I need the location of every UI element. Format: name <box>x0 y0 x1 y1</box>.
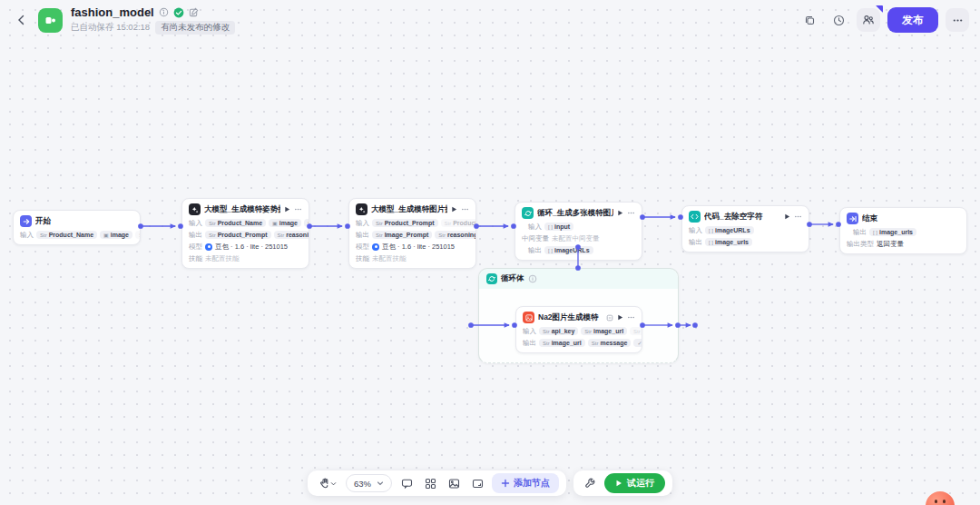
publish-button[interactable]: 发布 <box>887 7 938 33</box>
var-chip: image_urls <box>869 228 916 236</box>
autosave-status: 已自动保存 15:02:18 <box>71 22 150 34</box>
node-end[interactable]: 结束 输出 image_urls 输出类型 返回变量 <box>839 207 967 254</box>
model-logo-icon <box>205 243 212 251</box>
node-code[interactable]: 代码_去除空字符 输入 imageURLs 输出 image_urls <box>681 205 809 252</box>
play-icon[interactable] <box>617 210 623 216</box>
run-tools-pill: 试运行 <box>573 470 672 496</box>
people-icon <box>862 14 875 26</box>
loop-body-title: 循环体 <box>501 273 524 284</box>
node-start[interactable]: 开始 输入 Product_Name image api_key ⋯ <box>13 210 141 245</box>
node-title: 大模型_生成模特姿势提示词 <box>204 204 280 215</box>
comment-button[interactable] <box>397 474 416 492</box>
node-more-icon[interactable] <box>461 205 469 213</box>
back-button[interactable] <box>11 9 33 31</box>
var-chip: api_key <box>539 327 578 335</box>
zoom-level-select[interactable]: 63% <box>346 474 392 492</box>
row-label-model: 模型 <box>356 243 369 252</box>
row-label-output: 输出 <box>528 246 542 255</box>
code-brackets-icon <box>691 213 699 221</box>
node-more-icon[interactable] <box>627 209 635 217</box>
start-icon <box>20 215 32 227</box>
var-chip: Product_Name <box>441 219 475 227</box>
canvas[interactable] <box>0 0 980 505</box>
copy-icon <box>804 15 816 26</box>
row-label-output: 输出 <box>189 231 202 240</box>
hand-icon <box>318 478 329 489</box>
zoom-level-value: 63% <box>354 479 371 489</box>
chevron-left-icon <box>16 15 27 25</box>
test-run-label: 试运行 <box>627 477 654 490</box>
top-bar: fashion_model 已自动保存 15:02:18 有尚未发布的修改 发布 <box>0 0 980 40</box>
row-label-input: 输入 <box>20 231 34 240</box>
var-chip: image_url <box>581 327 627 335</box>
pointer-mode-button[interactable] <box>315 474 340 492</box>
var-chip: imageURLs <box>705 226 754 234</box>
more-button[interactable] <box>946 8 969 32</box>
minimap-button[interactable] <box>468 474 486 492</box>
node-more-icon[interactable] <box>794 213 802 221</box>
var-chip: image_urls <box>705 238 752 246</box>
loop-icon <box>522 207 534 219</box>
var-chip: reasoning_content <box>435 231 475 239</box>
loop-body-header: 循环体 <box>479 269 678 289</box>
sparkle-icon <box>191 206 199 213</box>
model-name: 豆包 · 1.6 · lite · 251015 <box>382 243 455 252</box>
row-label-output: 输出 <box>689 238 702 247</box>
row-label-skill: 技能 <box>356 254 369 263</box>
node-llm-pose-prompt[interactable]: 大模型_生成模特姿势提示词 输入 Product_Name image imag… <box>181 198 309 269</box>
var-chip: message <box>588 339 632 347</box>
var-chip: api_key <box>135 231 140 239</box>
info-icon[interactable] <box>159 7 169 17</box>
wrench-icon <box>584 478 595 489</box>
play-icon[interactable] <box>284 206 290 213</box>
arrow-into-icon <box>849 215 857 223</box>
frame-icon <box>472 478 484 490</box>
node-llm-image-prompt[interactable]: 大模型_生成模特图片提示词 输入 Product_Prompt Product_… <box>348 198 476 269</box>
sparkle-icon <box>358 206 366 213</box>
node-title: 开始 <box>35 216 133 227</box>
topbar-actions: 发布 <box>799 7 969 33</box>
workflow-title: fashion_model <box>71 5 154 19</box>
row-label-output: 输出 <box>356 231 369 240</box>
llm-icon <box>189 203 201 215</box>
arrow-right-icon <box>23 218 30 225</box>
add-node-button[interactable]: 添加节点 <box>492 473 559 493</box>
loop-arrows-icon <box>488 275 495 282</box>
var-chip: image <box>269 219 301 227</box>
row-label-input: 输入 <box>689 226 702 235</box>
snapshot-button[interactable] <box>445 474 463 492</box>
test-run-button[interactable]: 试运行 <box>604 473 665 493</box>
play-icon <box>615 480 622 487</box>
node-more-icon[interactable] <box>294 205 302 213</box>
node-title: 代码_去除空字符 <box>704 212 780 223</box>
var-chip: reasoning_content <box>274 231 309 239</box>
history-button[interactable] <box>828 9 849 31</box>
skill-value: 未配置技能 <box>205 254 240 263</box>
play-icon[interactable] <box>617 314 623 321</box>
ellipsis-icon <box>952 15 964 26</box>
play-icon[interactable] <box>451 206 457 213</box>
node-more-icon[interactable] <box>627 313 635 322</box>
canvas-tools-pill: 63% 添加节点 <box>308 470 566 496</box>
image-gen-icon <box>525 314 533 322</box>
title-block: fashion_model 已自动保存 15:02:18 有尚未发布的修改 <box>71 5 235 35</box>
row-label-model: 模型 <box>189 243 202 252</box>
play-icon[interactable] <box>784 213 790 220</box>
node-title: 循环_生成多张模特图片 <box>537 208 613 219</box>
var-chip: Image_Prompt <box>372 231 432 239</box>
node-loop[interactable]: 循环_生成多张模特图片 输入 input 中间变量 未配置中间变量 输出 ima… <box>514 202 642 261</box>
row-label-input: 输入 <box>528 223 542 232</box>
var-chip: image_count <box>304 219 309 227</box>
node-na2-image-gen[interactable]: Na2图片生成模特 输入 api_key image_url prompt ⋯ … <box>515 306 642 353</box>
var-chip: success <box>633 339 642 347</box>
duplicate-button[interactable] <box>799 9 820 31</box>
edit-icon[interactable] <box>189 7 199 17</box>
debug-tools-button[interactable] <box>581 474 599 492</box>
auto-layout-button[interactable] <box>421 474 439 492</box>
code-icon <box>689 211 701 223</box>
layout-grid-icon <box>425 478 436 490</box>
llm-icon <box>356 203 368 215</box>
collaboration-button[interactable] <box>857 8 880 32</box>
plus-icon <box>501 479 510 488</box>
var-chip: Product_Name <box>205 219 266 227</box>
